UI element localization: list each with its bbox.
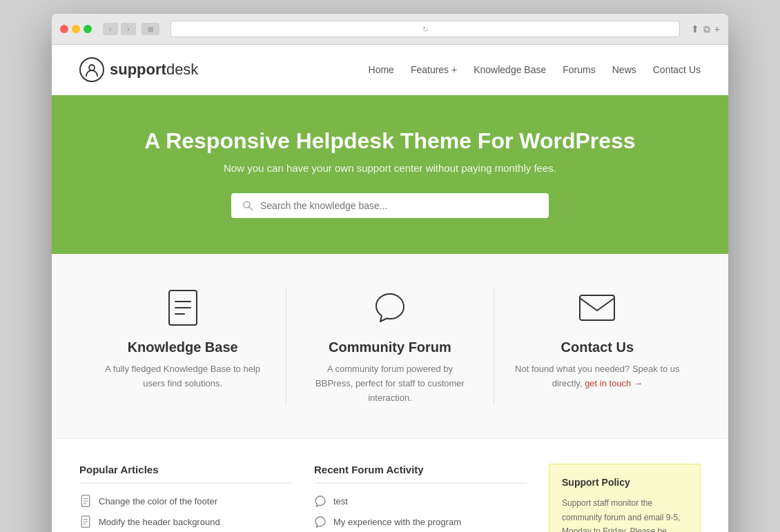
forum-activity-col: Recent Forum Activity test My experience… xyxy=(314,464,527,532)
back-button[interactable]: ‹ xyxy=(103,23,118,35)
svg-rect-7 xyxy=(580,295,614,320)
search-bar xyxy=(231,193,549,218)
policy-text: Support staff monitor the community foru… xyxy=(562,496,688,532)
browser-actions: ⬆ ⧉ + xyxy=(691,23,720,35)
hero-title: A Responsive Helpdesk Theme For WordPres… xyxy=(79,128,701,154)
logo-bold: support xyxy=(110,61,166,78)
bottom-section: Popular Articles Change the color of the… xyxy=(52,439,728,532)
address-bar[interactable]: ↻ xyxy=(170,21,680,37)
feature-community-forum-title: Community Forum xyxy=(307,339,472,355)
article-label-2: Modify the header background xyxy=(99,517,220,527)
contact-us-icon xyxy=(576,287,618,328)
nav-news[interactable]: News xyxy=(612,64,636,75)
add-tab-icon[interactable]: + xyxy=(714,23,720,35)
feature-knowledge-base-desc: A fully fledged Knowledge Base to help u… xyxy=(100,362,265,391)
nav-home[interactable]: Home xyxy=(369,64,394,75)
feature-community-forum: Community Forum A community forum powere… xyxy=(286,287,494,405)
logo-icon xyxy=(79,57,104,82)
community-forum-icon xyxy=(369,287,411,328)
feature-community-forum-desc: A community forum powered by BBPress, pe… xyxy=(307,362,472,405)
feature-knowledge-base-title: Knowledge Base xyxy=(100,339,265,355)
article-item-1[interactable]: Change the color of the footer xyxy=(79,495,292,507)
logo-light: desk xyxy=(166,61,198,78)
forward-button[interactable]: › xyxy=(121,23,136,35)
share-icon[interactable]: ⬆ xyxy=(691,23,699,35)
svg-point-0 xyxy=(89,65,95,70)
feature-knowledge-base: Knowledge Base A fully fledged Knowledge… xyxy=(79,287,286,405)
hero-subtitle: Now you can have your own support center… xyxy=(79,162,701,174)
window-controls xyxy=(60,25,92,33)
forum-item-2[interactable]: My experience with the program xyxy=(314,515,527,528)
site-nav: Home Features + Knowledge Base Forums Ne… xyxy=(369,64,701,75)
features-section: Knowledge Base A fully fledged Knowledge… xyxy=(52,254,728,439)
website-content: supportdesk Home Features + Knowledge Ba… xyxy=(52,45,728,532)
nav-features[interactable]: Features + xyxy=(411,64,457,75)
popular-articles-title: Popular Articles xyxy=(79,464,292,484)
forum-label-1: test xyxy=(333,496,348,506)
nav-knowledge-base[interactable]: Knowledge Base xyxy=(474,64,546,75)
knowledge-base-icon xyxy=(162,287,204,328)
maximize-dot[interactable] xyxy=(84,25,92,33)
doc-icon-2 xyxy=(79,515,92,528)
nav-contact[interactable]: Contact Us xyxy=(653,64,701,75)
browser-nav: ‹ › xyxy=(103,23,136,35)
minimize-dot[interactable] xyxy=(72,25,80,33)
forum-label-2: My experience with the program xyxy=(333,517,461,527)
policy-title: Support Policy xyxy=(562,477,688,488)
reload-icon: ↻ xyxy=(422,26,428,33)
article-list: Change the color of the footer Modify th… xyxy=(79,495,292,532)
search-icon xyxy=(242,200,253,211)
site-header: supportdesk Home Features + Knowledge Ba… xyxy=(52,45,728,95)
article-item-2[interactable]: Modify the header background xyxy=(79,515,292,528)
article-label-1: Change the color of the footer xyxy=(99,496,217,506)
search-input[interactable] xyxy=(260,200,538,211)
close-dot[interactable] xyxy=(60,25,68,33)
svg-line-2 xyxy=(249,207,253,210)
chat-icon-1 xyxy=(314,495,326,507)
browser-toolbar: ‹ › ⊞ ↻ ⬆ ⧉ + xyxy=(52,14,728,45)
doc-icon-1 xyxy=(79,495,92,507)
support-policy-col: Support Policy Support staff monitor the… xyxy=(549,464,701,532)
feature-contact-desc: Not found what you needed? Speak to us d… xyxy=(515,362,680,391)
feature-contact-title: Contact Us xyxy=(515,339,680,355)
layout-button[interactable]: ⊞ xyxy=(142,23,159,35)
logo-text: supportdesk xyxy=(110,61,198,79)
browser-window: ‹ › ⊞ ↻ ⬆ ⧉ + supportdesk xyxy=(52,14,728,532)
forum-activity-title: Recent Forum Activity xyxy=(314,464,527,484)
hero-section: A Responsive Helpdesk Theme For WordPres… xyxy=(52,95,728,254)
support-policy-box: Support Policy Support staff monitor the… xyxy=(549,464,701,532)
nav-forums[interactable]: Forums xyxy=(563,64,595,75)
forum-item-1[interactable]: test xyxy=(314,495,527,507)
forum-list: test My experience with the program New … xyxy=(314,495,527,532)
popular-articles-col: Popular Articles Change the color of the… xyxy=(79,464,292,532)
get-in-touch-link[interactable]: get in touch → xyxy=(585,378,643,388)
duplicate-icon[interactable]: ⧉ xyxy=(703,23,710,35)
logo: supportdesk xyxy=(79,57,198,82)
feature-contact-us: Contact Us Not found what you needed? Sp… xyxy=(494,287,701,405)
chat-icon-2 xyxy=(314,515,326,528)
